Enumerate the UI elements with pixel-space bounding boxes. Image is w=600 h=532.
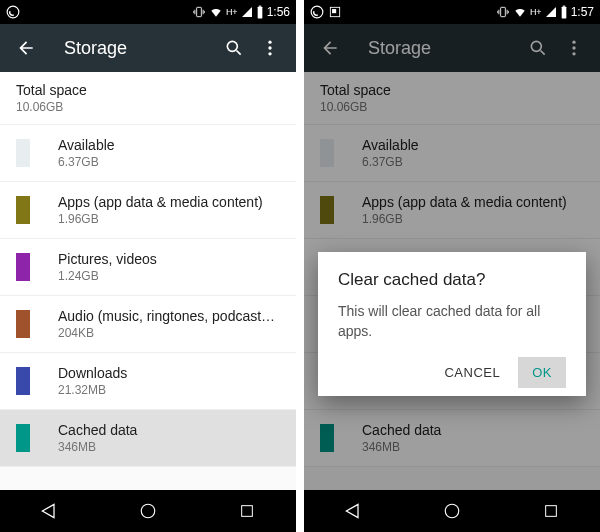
item-value: 346MB bbox=[58, 440, 280, 454]
svg-point-10 bbox=[311, 6, 323, 18]
total-value: 10.06GB bbox=[16, 100, 280, 114]
storage-item[interactable]: Apps (app data & media content)1.96GB bbox=[0, 182, 296, 239]
color-swatch bbox=[16, 424, 30, 452]
vibrate-icon bbox=[192, 5, 206, 19]
nav-back[interactable] bbox=[323, 493, 383, 529]
app-bar: Storage bbox=[0, 24, 296, 72]
network-label: H+ bbox=[226, 7, 238, 17]
svg-rect-21 bbox=[545, 506, 556, 517]
svg-rect-15 bbox=[562, 6, 564, 7]
screenshot-icon bbox=[328, 5, 342, 19]
item-label: Available bbox=[58, 137, 280, 153]
storage-item[interactable]: Downloads21.32MB bbox=[0, 353, 296, 410]
total-space-item[interactable]: Total space 10.06GB bbox=[0, 72, 296, 125]
item-value: 204KB bbox=[58, 326, 280, 340]
wifi-icon bbox=[209, 5, 223, 19]
nav-recents[interactable] bbox=[521, 493, 581, 529]
item-label: Pictures, videos bbox=[58, 251, 280, 267]
back-button[interactable] bbox=[8, 30, 44, 66]
svg-rect-1 bbox=[197, 7, 202, 16]
svg-rect-13 bbox=[501, 7, 506, 16]
nav-home[interactable] bbox=[422, 493, 482, 529]
clock: 1:56 bbox=[267, 5, 290, 19]
nav-bar bbox=[0, 490, 296, 532]
appbar-scrim bbox=[304, 24, 600, 72]
total-label: Total space bbox=[16, 82, 280, 98]
signal-icon bbox=[241, 6, 253, 18]
dialog-body: This will clear cached data for all apps… bbox=[338, 302, 566, 341]
item-value: 21.32MB bbox=[58, 383, 280, 397]
svg-point-0 bbox=[7, 6, 19, 18]
color-swatch bbox=[16, 196, 30, 224]
clear-cache-dialog: Clear cached data? This will clear cache… bbox=[318, 252, 586, 396]
storage-item[interactable]: Pictures, videos1.24GB bbox=[0, 239, 296, 296]
svg-point-20 bbox=[445, 504, 459, 518]
phone-right: H+ 1:57 Storage Total space 10.06GB Avai… bbox=[304, 0, 600, 532]
svg-point-8 bbox=[141, 504, 155, 518]
storage-list: Total space 10.06GB Available6.37GBApps … bbox=[304, 72, 600, 490]
item-value: 1.96GB bbox=[58, 212, 280, 226]
color-swatch bbox=[16, 253, 30, 281]
color-swatch bbox=[16, 310, 30, 338]
storage-list: Total space 10.06GB Available6.37GBApps … bbox=[0, 72, 296, 490]
overflow-button[interactable] bbox=[252, 30, 288, 66]
whatsapp-icon bbox=[6, 5, 20, 19]
battery-icon bbox=[560, 5, 568, 19]
svg-point-5 bbox=[268, 41, 271, 44]
search-button[interactable] bbox=[216, 30, 252, 66]
nav-bar bbox=[304, 490, 600, 532]
ok-button[interactable]: OK bbox=[518, 357, 566, 388]
item-label: Cached data bbox=[58, 422, 280, 438]
svg-rect-12 bbox=[332, 9, 336, 13]
item-value: 6.37GB bbox=[58, 155, 280, 169]
status-bar: H+ 1:57 bbox=[304, 0, 600, 24]
svg-rect-9 bbox=[241, 506, 252, 517]
svg-point-7 bbox=[268, 52, 271, 55]
storage-item[interactable]: Audio (music, ringtones, podcasts, et..2… bbox=[0, 296, 296, 353]
signal-icon bbox=[545, 6, 557, 18]
dialog-title: Clear cached data? bbox=[338, 270, 566, 290]
nav-recents[interactable] bbox=[217, 493, 277, 529]
nav-back[interactable] bbox=[19, 493, 79, 529]
svg-rect-3 bbox=[258, 6, 260, 7]
nav-home[interactable] bbox=[118, 493, 178, 529]
svg-point-4 bbox=[227, 41, 237, 51]
color-swatch bbox=[16, 139, 30, 167]
storage-item[interactable]: Available6.37GB bbox=[0, 125, 296, 182]
phone-left: H+ 1:56 Storage Total space 10.06GB Avai… bbox=[0, 0, 296, 532]
item-label: Apps (app data & media content) bbox=[58, 194, 280, 210]
status-bar: H+ 1:56 bbox=[0, 0, 296, 24]
vibrate-icon bbox=[496, 5, 510, 19]
color-swatch bbox=[16, 367, 30, 395]
network-label: H+ bbox=[530, 7, 542, 17]
battery-icon bbox=[256, 5, 264, 19]
svg-rect-14 bbox=[561, 7, 566, 19]
storage-item[interactable]: Cached data346MB bbox=[0, 410, 296, 467]
cancel-button[interactable]: CANCEL bbox=[430, 357, 514, 388]
item-value: 1.24GB bbox=[58, 269, 280, 283]
item-label: Audio (music, ringtones, podcasts, et.. bbox=[58, 308, 280, 324]
whatsapp-icon bbox=[310, 5, 324, 19]
svg-point-6 bbox=[268, 46, 271, 49]
svg-rect-2 bbox=[257, 7, 262, 19]
item-label: Downloads bbox=[58, 365, 280, 381]
page-title: Storage bbox=[64, 38, 216, 59]
app-bar: Storage bbox=[304, 24, 600, 72]
wifi-icon bbox=[513, 5, 527, 19]
clock: 1:57 bbox=[571, 5, 594, 19]
